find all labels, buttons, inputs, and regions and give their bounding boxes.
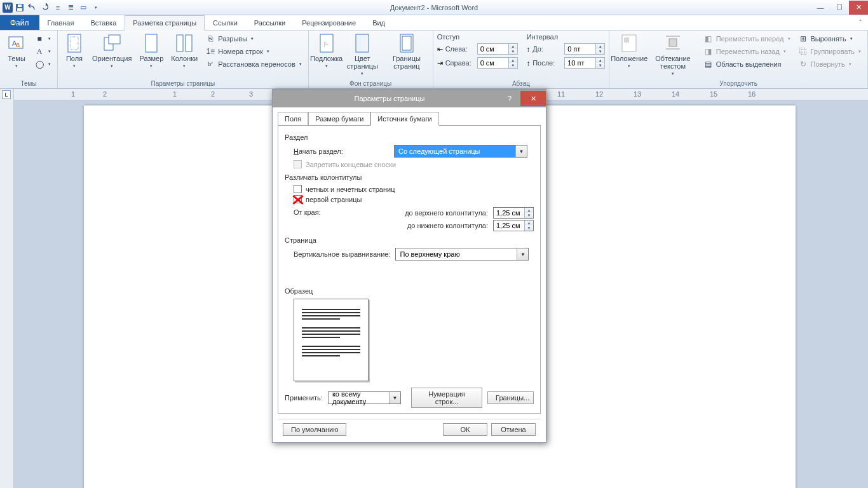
header-distance-input[interactable]: ▲▼ [493,207,534,219]
spinner-up[interactable]: ▲ [509,58,517,63]
wrap-text-button[interactable]: Обтекание текстом▾ [648,32,698,78]
maximize-button[interactable]: ☐ [830,1,849,15]
tab-mailings[interactable]: Рассылки [246,15,294,30]
spinner-down[interactable]: ▼ [525,226,533,231]
ok-button[interactable]: ОК [443,423,487,436]
svg-rect-1 [17,8,22,11]
bring-forward-button[interactable]: ◧Переместить вперед▾ [701,33,793,44]
spinner-up[interactable]: ▲ [596,44,604,49]
window-title: Документ2 - Microsoft Word [0,4,868,11]
position-button[interactable]: Положение▾ [613,32,645,70]
chevron-down-icon[interactable]: ▼ [517,248,528,260]
spinner-up[interactable]: ▲ [596,58,604,63]
tab-layout[interactable]: Разметка страницы [125,15,205,30]
themes-button[interactable]: Aa Темы▾ [4,32,29,70]
qat-btn-1[interactable]: ≡ [52,2,64,13]
page-borders-button[interactable]: Границы страниц [384,32,429,71]
qat-btn-3[interactable]: ▭ [78,2,89,13]
tab-selector[interactable]: L [2,90,11,99]
size-button[interactable]: Размер▾ [137,32,166,70]
dialog-close-button[interactable]: ✕ [520,91,546,106]
first-page-checkbox[interactable]: первой страницы [294,195,534,203]
spinner-down[interactable]: ▼ [509,49,517,54]
theme-fonts-button[interactable]: A▾ [32,46,53,57]
odd-even-checkbox[interactable]: четных и нечетных страниц [294,185,534,193]
spacing-before-icon: ↕ [527,45,531,53]
svg-rect-12 [186,35,192,51]
undo-button[interactable] [27,2,38,13]
rotate-button[interactable]: ↻Повернуть▾ [796,58,864,70]
tab-file[interactable]: Файл [0,15,39,30]
spinner-down[interactable]: ▼ [509,63,517,68]
vertical-ruler[interactable]: L [0,89,14,488]
red-x-annotation [294,195,302,203]
ribbon-minimize-icon[interactable]: ˆ [853,15,868,30]
dialog-tab-margins[interactable]: Поля [278,112,308,126]
theme-colors-button[interactable]: ■▾ [32,33,53,44]
tab-insert[interactable]: Вставка [82,15,125,30]
tab-references[interactable]: Ссылки [205,15,246,30]
cancel-button[interactable]: Отмена [491,423,536,436]
svg-rect-2 [18,4,22,7]
borders-button[interactable]: Границы... [487,391,534,404]
margins-button[interactable]: Поля▾ [62,32,87,70]
vertical-align-combo[interactable]: По верхнему краю▼ [395,248,529,261]
section-start-combo[interactable]: Со следующей страницы▼ [394,145,527,158]
theme-effects-button[interactable]: ◯▾ [32,58,53,70]
line-numbers-button[interactable]: Нумерация строк... [411,388,482,408]
dialog-titlebar[interactable]: Параметры страницы ? ✕ [273,90,546,107]
chevron-down-icon[interactable]: ▼ [389,392,400,403]
apply-to-combo[interactable]: ко всему документу▼ [328,391,401,404]
qat-customize[interactable]: ▾ [90,2,102,13]
line-numbers-button[interactable]: 1≡Номера строк▾ [203,46,304,57]
hyphenation-button[interactable]: bᶜРасстановка переносов▾ [203,58,304,70]
align-button[interactable]: ⊞Выровнять▾ [796,33,864,44]
indent-left-input[interactable]: ▲▼ [477,43,518,55]
minimize-button[interactable]: — [811,1,830,15]
columns-button[interactable]: Колонки▾ [168,32,200,70]
dialog-footer: По умолчанию ОК Отмена [278,419,541,442]
quick-access-toolbar: W ≡ ≣ ▭ ▾ [0,2,104,13]
orientation-button[interactable]: Ориентация▾ [90,32,134,70]
breaks-button[interactable]: ⎘Разрывы▾ [203,33,304,44]
spinner-up[interactable]: ▲ [509,44,517,49]
qat-btn-2[interactable]: ≣ [65,2,76,13]
spinner-up[interactable]: ▲ [525,208,533,213]
indent-left-icon: ⇤ [437,45,443,53]
svg-rect-9 [109,35,120,44]
selection-pane-button[interactable]: ▤Область выделения [701,58,793,70]
footer-distance-input[interactable]: ▲▼ [493,220,534,231]
spinner-down[interactable]: ▼ [596,63,604,68]
spacing-after-icon: ↕ [527,59,531,67]
chevron-down-icon[interactable]: ▼ [515,146,527,157]
spinner-down[interactable]: ▼ [525,213,533,218]
spacing-after-input[interactable]: ▲▼ [564,57,605,69]
titlebar: W ≡ ≣ ▭ ▾ Документ2 - Microsoft Word — ☐… [0,0,868,15]
word-icon: W [3,3,13,13]
group-themes: Aa Темы▾ ■▾ A▾ ◯▾ Темы [0,30,58,88]
tab-home[interactable]: Главная [39,15,83,30]
tab-view[interactable]: Вид [364,15,393,30]
group-paragraph: Отступ ⇤Слева:▲▼ ⇥Справа:▲▼ Интервал ↕До… [433,30,610,88]
spinner-up[interactable]: ▲ [525,220,533,226]
watermark-button[interactable]: AПодложка▾ [313,32,341,70]
redo-button[interactable] [39,2,51,13]
send-backward-button[interactable]: ◨Переместить назад▾ [701,46,793,57]
default-button[interactable]: По умолчанию [283,423,346,436]
spacing-before-input[interactable]: ▲▼ [564,43,605,55]
suppress-endnotes-checkbox: Запретить концевые сноски [294,160,534,168]
group-button[interactable]: ⿻Группировать▾ [796,46,864,57]
page-color-button[interactable]: Цвет страницы▾ [342,32,382,78]
indent-right-input[interactable]: ▲▼ [477,57,518,69]
svg-text:a: a [16,41,20,48]
svg-rect-18 [622,35,636,51]
dialog-tabs: Поля Размер бумаги Источник бумаги [273,107,546,125]
close-button[interactable]: ✕ [849,1,868,15]
dialog-tab-paper[interactable]: Размер бумаги [308,112,370,126]
dialog-tab-source[interactable]: Источник бумаги [370,112,438,126]
dialog-help-button[interactable]: ? [501,92,518,105]
tab-review[interactable]: Рецензирование [294,15,364,30]
spinner-down[interactable]: ▼ [596,49,604,54]
preview-thumbnail [294,299,369,381]
save-button[interactable] [14,2,25,13]
